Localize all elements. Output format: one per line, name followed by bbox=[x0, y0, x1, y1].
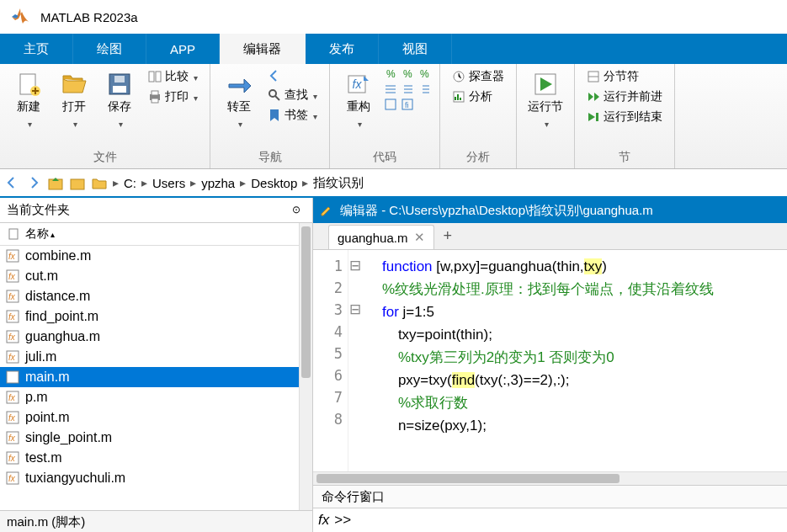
indent-icon-2[interactable] bbox=[401, 82, 414, 96]
svg-text:fx: fx bbox=[8, 292, 16, 301]
svg-rect-3 bbox=[113, 86, 126, 93]
svg-rect-39 bbox=[7, 371, 19, 383]
indent-icon-1[interactable] bbox=[384, 82, 397, 96]
path-up-icon-1[interactable] bbox=[47, 174, 64, 191]
run-to-end-button[interactable]: 运行到结束 bbox=[583, 108, 666, 126]
goto-button[interactable]: 转至 bbox=[219, 67, 259, 133]
svg-rect-8 bbox=[152, 91, 158, 95]
file-row[interactable]: fxfind_point.m bbox=[0, 306, 312, 327]
svg-text:%: % bbox=[403, 68, 412, 80]
section-icon bbox=[587, 70, 600, 83]
run-icon bbox=[532, 71, 559, 98]
indent-icon-3[interactable] bbox=[417, 82, 431, 96]
tab-app[interactable]: APP bbox=[146, 34, 220, 64]
run-section-button[interactable]: 运行节 bbox=[525, 67, 566, 133]
svg-text:fx: fx bbox=[8, 413, 16, 423]
bookmark-button[interactable]: 书签 bbox=[264, 106, 321, 125]
tab-publish[interactable]: 发布 bbox=[306, 34, 379, 64]
compare-button[interactable]: 比较 bbox=[145, 67, 201, 86]
path-forward-icon[interactable] bbox=[25, 174, 42, 191]
run-advance-button[interactable]: 运行并前进 bbox=[583, 88, 666, 106]
file-row[interactable]: fxsingle_point.m bbox=[0, 428, 312, 448]
tab-plots[interactable]: 绘图 bbox=[73, 34, 146, 64]
open-button[interactable]: 打开 bbox=[54, 67, 94, 133]
svg-text:fx: fx bbox=[8, 312, 16, 322]
left-scrollbar[interactable] bbox=[299, 223, 312, 510]
percent-icon-2[interactable]: % bbox=[401, 67, 414, 81]
command-prompt[interactable]: >> bbox=[334, 512, 351, 529]
file-row[interactable]: fxcut.m bbox=[0, 266, 312, 286]
file-row[interactable]: main.m bbox=[0, 367, 312, 387]
svg-rect-9 bbox=[152, 98, 158, 103]
list-header[interactable]: 名称▴ bbox=[0, 223, 312, 246]
code-icon-1[interactable] bbox=[384, 98, 397, 111]
svg-rect-5 bbox=[149, 72, 154, 82]
file-tab-guanghua[interactable]: guanghua.m✕ bbox=[328, 225, 434, 249]
fx-prompt-icon[interactable]: fx bbox=[318, 512, 329, 529]
editor-path: 编辑器 - C:\Users\ypzha\Desktop\指纹识别\guangh… bbox=[340, 203, 653, 219]
matlab-logo-icon bbox=[10, 7, 30, 27]
section-split-button[interactable]: 分节符 bbox=[583, 67, 666, 86]
print-button[interactable]: 打印 bbox=[145, 88, 201, 106]
save-button[interactable]: 保存 bbox=[99, 67, 140, 133]
minimize-panel-icon[interactable]: ⊙ bbox=[292, 204, 306, 217]
find-button[interactable]: 查找 bbox=[264, 86, 321, 104]
fx-file-icon: fx bbox=[5, 329, 20, 344]
percent-icon-1[interactable]: % bbox=[384, 67, 397, 81]
editor-hscrollbar[interactable] bbox=[313, 471, 787, 485]
svg-rect-4 bbox=[114, 76, 125, 82]
svg-text:fx: fx bbox=[8, 393, 16, 402]
file-row[interactable]: fxtest.m bbox=[0, 448, 312, 468]
explorer-button[interactable]: 探查器 bbox=[449, 67, 508, 86]
crumb-project[interactable]: 指纹识别 bbox=[313, 175, 364, 191]
svg-text:fx: fx bbox=[8, 474, 16, 483]
svg-rect-23 bbox=[596, 113, 598, 121]
tab-view[interactable]: 视图 bbox=[379, 34, 452, 64]
group-code-label: 代码 bbox=[338, 148, 431, 168]
add-tab-button[interactable]: + bbox=[434, 223, 460, 249]
refactor-icon: fx bbox=[345, 71, 372, 98]
fx-file-icon: fx bbox=[5, 410, 20, 425]
path-up-icon-2[interactable] bbox=[69, 174, 86, 191]
percent-icon-3[interactable]: % bbox=[417, 67, 431, 81]
group-file-label: 文件 bbox=[8, 148, 201, 168]
code-content[interactable]: function [w,pxy]=guanghua(thin,txy) %纹线光… bbox=[362, 250, 787, 471]
crumb-desktop[interactable]: Desktop bbox=[251, 176, 297, 190]
analyze-icon bbox=[452, 90, 465, 104]
svg-text:fx: fx bbox=[353, 77, 363, 91]
search-icon bbox=[268, 88, 281, 102]
file-row[interactable]: fxtuxiangyuchuli.m bbox=[0, 468, 312, 488]
close-tab-icon[interactable]: ✕ bbox=[414, 230, 425, 245]
file-row[interactable]: fxdistance.m bbox=[0, 286, 312, 306]
goto-icon bbox=[226, 71, 253, 98]
analyze-button[interactable]: 分析 bbox=[449, 88, 508, 106]
svg-text:fx: fx bbox=[8, 332, 16, 342]
tab-home[interactable]: 主页 bbox=[0, 34, 73, 64]
group-section-label: 节 bbox=[583, 148, 666, 168]
fx-file-icon: fx bbox=[5, 430, 20, 445]
code-icon-2[interactable]: fi bbox=[401, 98, 414, 111]
path-back-icon[interactable] bbox=[3, 174, 20, 191]
fx-file-icon: fx bbox=[5, 349, 20, 364]
fx-file-icon: fx bbox=[5, 269, 20, 284]
nav-back-button[interactable] bbox=[264, 67, 321, 84]
crumb-drive[interactable]: C: bbox=[124, 176, 136, 190]
crumb-users[interactable]: Users bbox=[152, 176, 185, 190]
file-row[interactable]: fxjuli.m bbox=[0, 347, 312, 367]
folder-icon[interactable] bbox=[91, 174, 108, 191]
svg-rect-16 bbox=[386, 99, 396, 109]
save-icon bbox=[106, 71, 133, 98]
refactor-button[interactable]: fx重构 bbox=[338, 67, 379, 133]
svg-text:fx: fx bbox=[8, 454, 16, 463]
tab-editor[interactable]: 编辑器 bbox=[220, 34, 306, 64]
file-row[interactable]: fxpoint.m bbox=[0, 407, 312, 428]
crumb-user[interactable]: ypzha bbox=[201, 176, 235, 190]
file-row[interactable]: fxp.m bbox=[0, 387, 312, 407]
svg-point-10 bbox=[269, 90, 276, 97]
window-title: MATLAB R2023a bbox=[37, 10, 138, 24]
file-row[interactable]: fxcombine.m bbox=[0, 246, 312, 266]
file-row[interactable]: fxguanghua.m bbox=[0, 327, 312, 347]
new-button[interactable]: 新建 bbox=[8, 67, 49, 133]
svg-rect-6 bbox=[156, 72, 161, 82]
fold-column[interactable]: ⊟ ⊟ bbox=[348, 250, 362, 471]
